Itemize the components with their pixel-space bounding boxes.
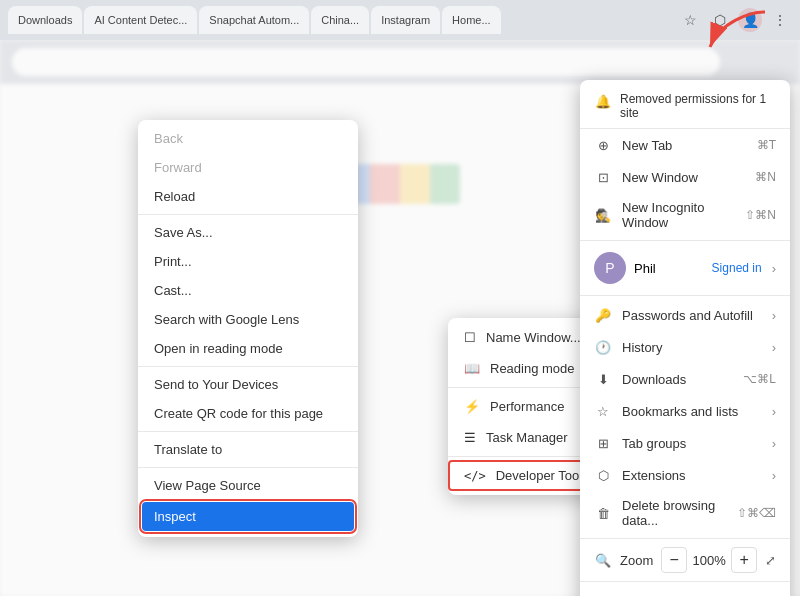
zoom-decrease-button[interactable]: − bbox=[661, 547, 687, 573]
performance-icon: ⚡ bbox=[464, 399, 480, 414]
cm-item-incognito[interactable]: 🕵 New Incognito Window ⇧⌘N bbox=[580, 193, 790, 237]
dev-tools-icon: </> bbox=[464, 469, 486, 483]
bg-url-bar-row bbox=[0, 40, 800, 84]
cm-bookmarks-arrow: › bbox=[772, 404, 776, 419]
cm-item-print[interactable]: 🖨 Print... ⌘P bbox=[580, 585, 790, 596]
cm-history-arrow: › bbox=[772, 340, 776, 355]
cm-delete-browsing-label: Delete browsing data... bbox=[622, 498, 727, 528]
notice-icon: 🔔 bbox=[594, 92, 612, 110]
cm-extensions-arrow: › bbox=[772, 468, 776, 483]
sub-item-reading-label: Reading mode bbox=[490, 361, 575, 376]
bookmarks-icon: ☆ bbox=[594, 402, 612, 420]
zoom-controls: − 100% + bbox=[661, 547, 757, 573]
zoom-value: 100% bbox=[691, 553, 727, 568]
cm-item-downloads[interactable]: ⬇ Downloads ⌥⌘L bbox=[580, 363, 790, 395]
window-icon: ☐ bbox=[464, 330, 476, 345]
cm-item-tab-groups[interactable]: ⊞ Tab groups › bbox=[580, 427, 790, 459]
ctx-item-reading-mode[interactable]: Open in reading mode bbox=[138, 334, 358, 363]
browser-toolbar: Downloads AI Content Detec... Snapchat A… bbox=[0, 0, 800, 40]
ctx-item-qr-code[interactable]: Create QR code for this page bbox=[138, 399, 358, 428]
reading-icon: 📖 bbox=[464, 361, 480, 376]
ctx-sep-3 bbox=[138, 431, 358, 432]
zoom-icon: 🔍 bbox=[594, 551, 612, 569]
cm-new-window-shortcut: ⌘N bbox=[755, 170, 776, 184]
cm-bookmarks-label: Bookmarks and lists bbox=[622, 404, 738, 419]
cm-item-passwords[interactable]: 🔑 Passwords and Autofill › bbox=[580, 299, 790, 331]
ctx-item-save[interactable]: Save As... bbox=[138, 218, 358, 247]
passwords-icon: 🔑 bbox=[594, 306, 612, 324]
ctx-sep-1 bbox=[138, 214, 358, 215]
task-manager-icon: ☰ bbox=[464, 430, 476, 445]
sub-item-task-manager-label: Task Manager bbox=[486, 430, 568, 445]
cm-downloads-shortcut: ⌥⌘L bbox=[743, 372, 776, 386]
page-content: Back Forward Reload Save As... Print... … bbox=[0, 40, 800, 596]
tab-0[interactable]: Downloads bbox=[8, 6, 82, 34]
cm-history-label: History bbox=[622, 340, 662, 355]
tab-1[interactable]: AI Content Detec... bbox=[84, 6, 197, 34]
history-icon: 🕐 bbox=[594, 338, 612, 356]
star-icon[interactable]: ☆ bbox=[678, 8, 702, 32]
zoom-increase-button[interactable]: + bbox=[731, 547, 757, 573]
cm-item-delete-browsing[interactable]: 🗑 Delete browsing data... ⇧⌘⌫ bbox=[580, 491, 790, 535]
cm-notice[interactable]: 🔔 Removed permissions for 1 site bbox=[580, 84, 790, 129]
cm-signed-in-label: Signed in bbox=[712, 261, 762, 275]
ctx-item-google-lens[interactable]: Search with Google Lens bbox=[138, 305, 358, 334]
bg-google-logo bbox=[340, 164, 460, 204]
sub-item-name-window-label: Name Window... bbox=[486, 330, 581, 345]
bg-url-bar bbox=[12, 48, 720, 76]
cm-zoom-label: Zoom bbox=[620, 553, 653, 568]
ctx-item-cast[interactable]: Cast... bbox=[138, 276, 358, 305]
cm-passwords-label: Passwords and Autofill bbox=[622, 308, 753, 323]
cm-profile[interactable]: P Phil Signed in › bbox=[580, 244, 790, 292]
print-icon: 🖨 bbox=[594, 592, 612, 596]
cm-item-bookmarks[interactable]: ☆ Bookmarks and lists › bbox=[580, 395, 790, 427]
cm-tab-groups-label: Tab groups bbox=[622, 436, 686, 451]
sub-item-dev-tools-label: Developer Tools bbox=[496, 468, 589, 483]
cm-item-extensions[interactable]: ⬡ Extensions › bbox=[580, 459, 790, 491]
ctx-sep-2 bbox=[138, 366, 358, 367]
ctx-item-translate[interactable]: Translate to bbox=[138, 435, 358, 464]
cm-profile-name: Phil bbox=[634, 261, 656, 276]
tab-bar: Downloads AI Content Detec... Snapchat A… bbox=[8, 6, 674, 34]
ctx-item-inspect[interactable]: Inspect bbox=[142, 502, 354, 531]
cm-signed-in-arrow: › bbox=[772, 261, 776, 276]
cm-zoom-row: 🔍 Zoom − 100% + ⤢ bbox=[580, 542, 790, 578]
ctx-item-print[interactable]: Print... bbox=[138, 247, 358, 276]
ctx-item-send-devices[interactable]: Send to Your Devices bbox=[138, 370, 358, 399]
cm-extensions-label: Extensions bbox=[622, 468, 686, 483]
tab-groups-icon: ⊞ bbox=[594, 434, 612, 452]
cm-sep-2 bbox=[580, 538, 790, 539]
chrome-menu: 🔔 Removed permissions for 1 site ⊕ New T… bbox=[580, 80, 790, 596]
tab-2[interactable]: Snapchat Autom... bbox=[199, 6, 309, 34]
ctx-item-forward[interactable]: Forward bbox=[138, 153, 358, 182]
ctx-item-back[interactable]: Back bbox=[138, 124, 358, 153]
delete-browsing-icon: 🗑 bbox=[594, 504, 612, 522]
context-menu: Back Forward Reload Save As... Print... … bbox=[138, 120, 358, 537]
ctx-item-view-source[interactable]: View Page Source bbox=[138, 471, 358, 500]
cm-sep-1 bbox=[580, 295, 790, 296]
tab-4[interactable]: Instagram bbox=[371, 6, 440, 34]
tab-3[interactable]: China... bbox=[311, 6, 369, 34]
cm-notice-text: Removed permissions for 1 site bbox=[620, 92, 776, 120]
incognito-icon: 🕵 bbox=[594, 206, 612, 224]
red-arrow-indicator bbox=[700, 2, 780, 57]
cm-downloads-label: Downloads bbox=[622, 372, 686, 387]
cm-new-tab-shortcut: ⌘T bbox=[757, 138, 776, 152]
sub-item-performance-label: Performance bbox=[490, 399, 564, 414]
cm-delete-browsing-shortcut: ⇧⌘⌫ bbox=[737, 506, 776, 520]
cm-passwords-arrow: › bbox=[772, 308, 776, 323]
cm-tab-groups-arrow: › bbox=[772, 436, 776, 451]
cm-item-new-tab[interactable]: ⊕ New Tab ⌘T bbox=[580, 129, 790, 161]
zoom-fullscreen-button[interactable]: ⤢ bbox=[765, 547, 776, 573]
tab-5[interactable]: Home... bbox=[442, 6, 501, 34]
new-window-icon: ⊡ bbox=[594, 168, 612, 186]
cm-item-history[interactable]: 🕐 History › bbox=[580, 331, 790, 363]
cm-incognito-label: New Incognito Window bbox=[622, 200, 735, 230]
cm-item-new-window[interactable]: ⊡ New Window ⌘N bbox=[580, 161, 790, 193]
cm-sep-0 bbox=[580, 240, 790, 241]
ctx-item-reload[interactable]: Reload bbox=[138, 182, 358, 211]
downloads-icon: ⬇ bbox=[594, 370, 612, 388]
cm-new-window-label: New Window bbox=[622, 170, 698, 185]
ctx-sep-4 bbox=[138, 467, 358, 468]
cm-sep-3 bbox=[580, 581, 790, 582]
